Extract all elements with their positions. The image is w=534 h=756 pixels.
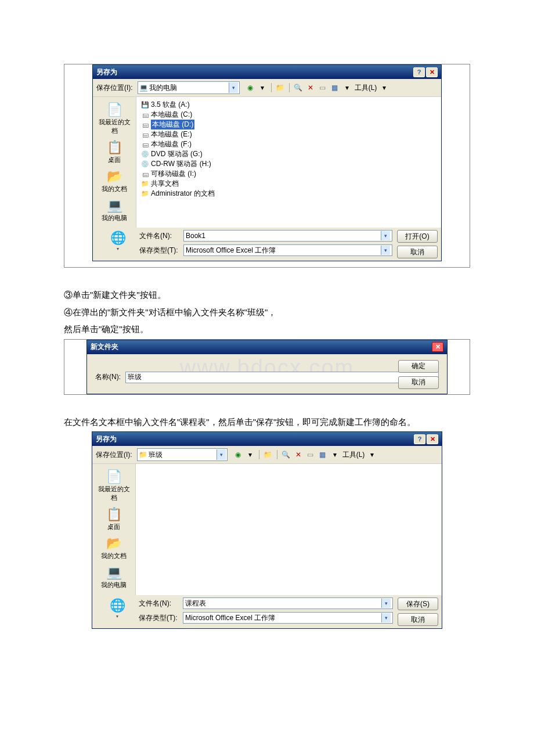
- place-desktop[interactable]: 📋桌面: [95, 505, 132, 533]
- close-icon[interactable]: ✕: [427, 434, 438, 444]
- places-bar: 📄我最近的文档 📋桌面 📂我的文档 💻我的电脑: [92, 464, 136, 595]
- up-folder-icon[interactable]: 📁: [264, 450, 273, 459]
- list-item[interactable]: 🖴可移动磁盘 (I:): [141, 169, 436, 179]
- location-combo[interactable]: 📁 班级 ▾: [137, 448, 228, 461]
- titlebar[interactable]: 新文件夹 ✕: [87, 340, 447, 354]
- new-folder-dialog: 新文件夹 ✕ www.bdocx.com 名称(N): 班级 确定 取消: [86, 340, 448, 394]
- up-folder-icon[interactable]: 📁: [276, 83, 285, 92]
- folder-icon: 📁: [141, 190, 149, 198]
- location-value: 我的电脑: [149, 83, 177, 93]
- tools-dropdown-icon[interactable]: ▾: [367, 450, 377, 459]
- titlebar[interactable]: 另存为 ? ✕: [92, 432, 442, 446]
- cancel-button[interactable]: 取消: [398, 613, 438, 626]
- chevron-down-icon[interactable]: ▾: [111, 614, 123, 618]
- tools-menu[interactable]: 工具(L): [355, 83, 377, 93]
- views-icon[interactable]: ▦: [318, 450, 327, 459]
- recent-icon: 📄: [104, 469, 123, 484]
- close-icon[interactable]: ✕: [426, 67, 438, 77]
- list-item[interactable]: 🖴本地磁盘 (E:): [141, 129, 436, 139]
- instruction-text: ③单击"新建文件夹"按钮。: [64, 287, 470, 303]
- place-computer[interactable]: 💻我的电脑: [96, 196, 133, 224]
- tools-dropdown-icon[interactable]: ▾: [380, 83, 389, 92]
- views-dropdown-icon[interactable]: ▾: [330, 450, 340, 459]
- network-icon[interactable]: 🌐: [109, 230, 127, 246]
- save-button[interactable]: 保存(S): [398, 597, 438, 610]
- disk-icon: 🖴: [141, 141, 149, 149]
- list-item[interactable]: 💾3.5 软盘 (A:): [141, 100, 436, 110]
- file-list[interactable]: 💾3.5 软盘 (A:) 🖴本地磁盘 (C:) 🖴本地磁盘 (D:) 🖴本地磁盘…: [136, 97, 441, 228]
- back-icon[interactable]: ◉: [246, 83, 255, 92]
- save-as-dialog-1: 另存为 ? ✕ 保存位置(I): 💻 我的电脑 ▾ ◉▾ 📁 🔍 ✕ ▭ ▦▾ …: [92, 64, 442, 261]
- chevron-down-icon[interactable]: ▾: [381, 231, 390, 240]
- disk-icon: 🖴: [141, 121, 149, 129]
- list-item[interactable]: 💿DVD 驱动器 (G:): [141, 149, 436, 159]
- back-icon[interactable]: ◉: [233, 450, 243, 459]
- chevron-down-icon[interactable]: ▾: [381, 599, 391, 608]
- place-desktop[interactable]: 📋桌面: [96, 138, 133, 166]
- removable-icon: 🖴: [141, 170, 149, 178]
- computer-icon: 💻: [105, 198, 124, 213]
- ok-button[interactable]: 确定: [398, 360, 439, 373]
- list-item[interactable]: 🖴本地磁盘 (D:): [141, 120, 436, 129]
- search-icon[interactable]: 🔍: [294, 83, 303, 92]
- list-item[interactable]: 💿CD-RW 驱动器 (H:): [141, 159, 436, 169]
- place-recent[interactable]: 📄我最近的文档: [95, 467, 132, 504]
- chevron-down-icon[interactable]: ▾: [229, 82, 238, 93]
- instruction-text: ④在弹出的"新文件夹"对话框中输入文件夹名称"班级"，: [64, 305, 470, 320]
- search-icon[interactable]: 🔍: [282, 450, 291, 459]
- cancel-button[interactable]: 取消: [398, 376, 439, 389]
- cd-icon: 💿: [141, 160, 149, 168]
- back-dropdown-icon[interactable]: ▾: [246, 450, 255, 459]
- places-bar: 📄我最近的文档 📋桌面 📂我的文档 💻我的电脑: [93, 97, 136, 228]
- list-item[interactable]: 🖴本地磁盘 (F:): [141, 139, 436, 149]
- filetype-combo[interactable]: Microsoft Office Excel 工作簿▾: [183, 612, 393, 624]
- filename-label: 文件名(N):: [139, 231, 180, 241]
- save-as-dialog-2: 另存为 ? ✕ 保存位置(I): 📁 班级 ▾ ◉▾ 📁 🔍 ✕ ▭ ▦▾ 工具…: [92, 431, 442, 629]
- back-dropdown-icon[interactable]: ▾: [258, 83, 267, 92]
- help-icon[interactable]: ?: [414, 434, 425, 444]
- filename-input[interactable]: Book1▾: [183, 230, 392, 242]
- network-icon[interactable]: 🌐: [108, 597, 127, 614]
- desktop-icon: 📋: [105, 140, 124, 155]
- screenshot-frame-2: 新文件夹 ✕ www.bdocx.com 名称(N): 班级 确定 取消: [64, 339, 470, 395]
- list-item[interactable]: 📁Administrator 的文档: [141, 189, 436, 199]
- name-label: 名称(N):: [95, 372, 121, 382]
- location-value: 班级: [149, 450, 163, 460]
- cancel-button[interactable]: 取消: [397, 246, 438, 258]
- chevron-down-icon[interactable]: ▾: [381, 246, 390, 255]
- help-icon[interactable]: ?: [413, 67, 425, 77]
- location-combo[interactable]: 💻 我的电脑 ▾: [138, 81, 240, 94]
- filetype-combo[interactable]: Microsoft Office Excel 工作簿▾: [183, 244, 392, 256]
- chevron-down-icon[interactable]: ▾: [217, 449, 226, 460]
- toolbar: 保存位置(I): 📁 班级 ▾ ◉▾ 📁 🔍 ✕ ▭ ▦▾ 工具(L)▾: [92, 446, 442, 464]
- file-list[interactable]: [136, 464, 442, 595]
- place-computer[interactable]: 💻我的电脑: [95, 563, 132, 591]
- delete-icon[interactable]: ✕: [306, 83, 315, 92]
- filename-label: 文件名(N):: [139, 599, 179, 609]
- place-mydocs[interactable]: 📂我的文档: [96, 167, 133, 195]
- new-folder-icon[interactable]: ▭: [306, 450, 315, 459]
- disk-icon: 🖴: [141, 131, 149, 139]
- dvd-icon: 💿: [141, 150, 149, 159]
- tools-menu[interactable]: 工具(L): [342, 450, 365, 460]
- titlebar[interactable]: 另存为 ? ✕: [93, 65, 441, 79]
- chevron-down-icon[interactable]: ▾: [381, 613, 391, 622]
- new-folder-icon[interactable]: ▭: [318, 83, 327, 92]
- dialog-title: 另存为: [96, 67, 412, 77]
- filename-input[interactable]: 课程表▾: [183, 597, 393, 609]
- name-input[interactable]: 班级: [125, 372, 439, 383]
- location-label: 保存位置(I):: [96, 83, 133, 93]
- folder-icon: 📂: [104, 536, 123, 551]
- chevron-down-icon[interactable]: ▾: [112, 246, 124, 251]
- list-item[interactable]: 📁共享文档: [141, 179, 436, 189]
- delete-icon[interactable]: ✕: [294, 450, 303, 459]
- list-item[interactable]: 🖴本地磁盘 (C:): [141, 110, 436, 120]
- close-icon[interactable]: ✕: [432, 342, 443, 352]
- open-button[interactable]: 打开(O): [397, 230, 438, 243]
- views-dropdown-icon[interactable]: ▾: [342, 83, 352, 92]
- toolbar: 保存位置(I): 💻 我的电脑 ▾ ◉▾ 📁 🔍 ✕ ▭ ▦▾ 工具(L)▾: [93, 79, 441, 97]
- place-mydocs[interactable]: 📂我的文档: [95, 534, 132, 562]
- place-recent[interactable]: 📄我最近的文档: [96, 100, 133, 137]
- computer-icon: 💻: [104, 565, 123, 580]
- views-icon[interactable]: ▦: [330, 83, 340, 92]
